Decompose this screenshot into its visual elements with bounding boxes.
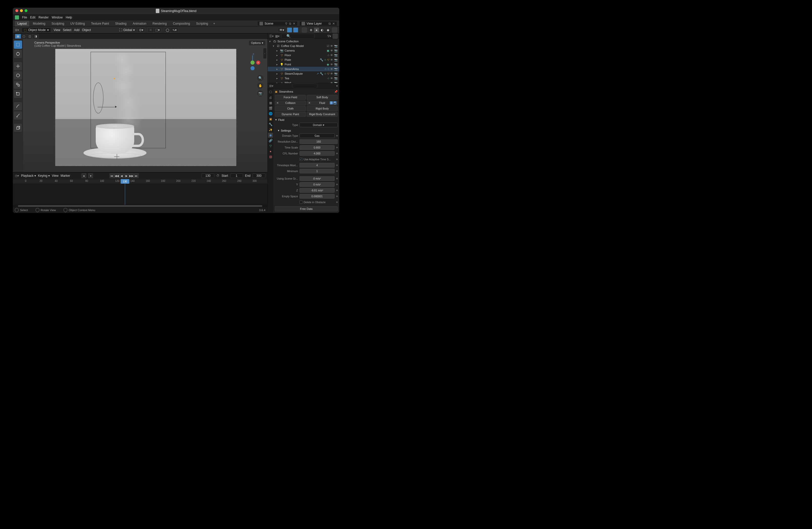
editor-type-icon[interactable]: ⊞▾ xyxy=(15,28,19,32)
solid-icon[interactable]: ● xyxy=(314,28,319,32)
auto-key-button[interactable]: ● xyxy=(82,173,86,178)
prop-value[interactable]: 160 xyxy=(300,139,338,144)
menu-file[interactable]: File xyxy=(22,16,27,19)
workspace-sculpting[interactable]: Sculpting xyxy=(49,21,67,26)
playhead[interactable]: 130 xyxy=(121,179,129,184)
overlay-toggle[interactable] xyxy=(293,27,298,33)
gizmo-y[interactable] xyxy=(250,61,255,65)
physics-fluid-button[interactable]: ✕Fluid☰📷 xyxy=(307,101,338,105)
workspace-compositing[interactable]: Compositing xyxy=(170,21,193,26)
pivot-selector[interactable]: ⊙▾ xyxy=(137,27,145,33)
physics-soft-body-button[interactable]: Soft Body xyxy=(307,95,338,100)
orientation-gizmo[interactable]: Z X xyxy=(245,54,260,70)
measure-tool[interactable] xyxy=(14,111,22,120)
camera-view-button[interactable]: 📷 xyxy=(257,90,263,97)
workspace-uv-editing[interactable]: UV Editing xyxy=(68,21,88,26)
prop-value[interactable]: 0.000001 xyxy=(300,194,335,199)
prop-value[interactable]: 0.800 xyxy=(300,145,335,150)
timeline-track[interactable]: 0204060801001201401601802002202402602803… xyxy=(13,179,267,205)
physics-collision-button[interactable]: ✕Collision xyxy=(275,101,306,105)
key-next-button[interactable]: ▶▶ xyxy=(129,173,134,178)
display-mode-icon[interactable]: ▦▾ xyxy=(275,34,279,38)
properties-search[interactable] xyxy=(292,84,318,88)
add-cube-tool[interactable] xyxy=(14,124,22,132)
menu-window[interactable]: Window xyxy=(52,16,63,19)
timeline-scrollbar[interactable] xyxy=(13,205,267,207)
tab-output[interactable]: 🖨 xyxy=(268,95,273,100)
blender-logo-icon[interactable] xyxy=(15,15,19,19)
outliner-row[interactable]: ▸▽Floor ◇👁📷 xyxy=(268,53,339,57)
tab-modifiers[interactable]: 🔧 xyxy=(268,122,273,127)
delete-obstacle-checkbox[interactable] xyxy=(300,201,303,204)
play-button[interactable]: ▶ xyxy=(124,173,129,178)
jump-start-button[interactable]: ⏮ xyxy=(110,173,114,178)
scale-tool[interactable] xyxy=(14,80,22,89)
tab-material[interactable]: ● xyxy=(268,149,273,154)
tab-object[interactable]: ▣ xyxy=(268,116,273,122)
menu-help[interactable]: Help xyxy=(66,16,72,19)
free-data-button[interactable]: Free Data xyxy=(275,206,338,211)
outliner[interactable]: ▾🗀Scene Collection▾☑Coffee Cup Model☑👁📷▸… xyxy=(268,39,339,83)
workspace-add-button[interactable]: + xyxy=(212,22,217,25)
proportional-edit[interactable]: ◯∿▾ xyxy=(164,27,178,33)
tab-viewlayer[interactable]: ▦ xyxy=(268,100,273,105)
material-icon[interactable]: ◐ xyxy=(319,28,325,32)
prop-value[interactable]: 4.000 xyxy=(300,151,335,156)
wireframe-icon[interactable]: ⊕ xyxy=(308,28,314,32)
start-frame[interactable]: 1 xyxy=(230,173,243,178)
outliner-editor-icon[interactable]: ☰▾ xyxy=(269,34,274,38)
menu-keying[interactable]: Keying ▾ xyxy=(38,174,50,178)
gizmo-z[interactable] xyxy=(250,66,255,70)
window-maximize-button[interactable] xyxy=(25,9,27,12)
cursor-tool[interactable] xyxy=(14,50,22,58)
filter-icon[interactable]: ∇▾ xyxy=(328,34,331,38)
menu-render[interactable]: Render xyxy=(39,16,48,19)
workspace-rendering[interactable]: Rendering xyxy=(150,21,169,26)
auto-key-mode[interactable]: ▾ xyxy=(88,173,93,178)
outliner-search[interactable] xyxy=(281,34,314,39)
key-prev-button[interactable]: ◀◀ xyxy=(114,173,119,178)
outliner-row[interactable]: ▸▽SteamOutpute ↗ 🔧 ◇ ▽👁📷 xyxy=(268,71,339,76)
outliner-row[interactable]: ▸▽SteamArea ◇ ◇👁📷 xyxy=(268,67,339,71)
tab-mesh[interactable]: ▽ xyxy=(268,143,273,149)
properties-editor-icon[interactable]: ⊞▾ xyxy=(269,84,273,88)
end-frame[interactable]: 300 xyxy=(252,173,265,178)
physics-rigid-body-button[interactable]: Rigid Body xyxy=(307,106,338,111)
outliner-row[interactable]: ▸📷Camera ▣👁📷 xyxy=(268,48,339,53)
outliner-row[interactable]: ▸≈Wind 👁📷 xyxy=(268,80,339,83)
current-frame[interactable]: 130 xyxy=(201,173,214,178)
prop-value[interactable]: -9.81 m/s² xyxy=(300,188,335,193)
prop-value[interactable]: 1 xyxy=(300,169,335,173)
rendered-icon[interactable]: ◉ xyxy=(325,28,331,32)
workspace-shading[interactable]: Shading xyxy=(113,21,129,26)
physics-rigid-body-constraint-button[interactable]: Rigid Body Constraint xyxy=(307,112,338,117)
zoom-button[interactable]: 🔍 xyxy=(257,75,263,81)
adaptive-checkbox[interactable]: ✓ xyxy=(300,158,303,161)
n-panel-toggle[interactable]: ‹ xyxy=(263,48,266,58)
scene-copy-icon[interactable]: ⧉ xyxy=(289,22,291,25)
menu-select[interactable]: Select xyxy=(63,28,71,32)
options-icon[interactable]: ▾ xyxy=(336,84,338,88)
prop-value[interactable]: Gas xyxy=(300,133,335,138)
viewlayer-copy-icon[interactable]: ⧉ xyxy=(329,22,331,25)
menu-edit[interactable]: Edit xyxy=(30,16,35,19)
tab-particles[interactable]: ✨ xyxy=(268,127,273,132)
workspace-layout[interactable]: Layout xyxy=(15,21,29,26)
properties-context[interactable]: SteamArea xyxy=(279,90,293,93)
new-collection-button[interactable] xyxy=(333,34,338,39)
menu-playback[interactable]: Playback ▾ xyxy=(21,174,36,178)
physics-dynamic-paint-button[interactable]: Dynamic Paint xyxy=(275,112,306,117)
menu-add[interactable]: Add xyxy=(74,28,79,32)
visibility-toggle[interactable]: 👁▾ xyxy=(278,27,286,33)
outliner-row[interactable]: ▸💡Point ◉👁📷 xyxy=(268,62,339,67)
select-mode-icons[interactable]: ▦▢◫◨ xyxy=(15,34,39,39)
menu-view-timeline[interactable]: View xyxy=(52,174,59,178)
workspace-scripting[interactable]: Scripting xyxy=(193,21,211,26)
tab-physics[interactable]: ◉ xyxy=(268,133,273,138)
tab-texture[interactable]: ▨ xyxy=(268,154,273,159)
workspace-animation[interactable]: Animation xyxy=(130,21,149,26)
mode-selector[interactable]: ⬚ Object Mode ▾ xyxy=(21,27,51,33)
physics-force-field-button[interactable]: Force Field xyxy=(275,95,306,100)
timeline-editor-icon[interactable]: ◷▾ xyxy=(15,174,19,178)
viewport-3d[interactable]: Camera Perspective (130) Coffee Cup Mode… xyxy=(23,39,267,172)
